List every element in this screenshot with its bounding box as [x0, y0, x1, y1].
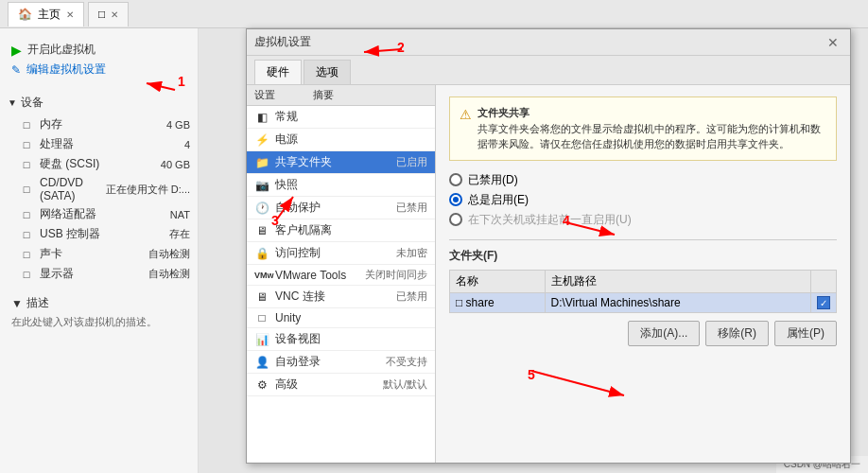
display-label: 显示器 — [40, 266, 143, 282]
shared-folders-value: 已启用 — [396, 155, 427, 169]
settings-item-autosave[interactable]: 🕐 自动保护 已禁用 — [247, 197, 435, 219]
usb-icon: □ — [19, 229, 34, 240]
display-value: 自动检测 — [148, 267, 190, 281]
remove-button[interactable]: 移除(R) — [705, 321, 769, 346]
tab-second-icon: □ — [98, 8, 105, 21]
tab-options[interactable]: 选项 — [304, 60, 351, 84]
add-button[interactable]: 添加(A)... — [628, 321, 700, 346]
vmwaretools-name: VMware Tools — [275, 269, 359, 282]
cdrom-value: 正在使用文件 D:... — [106, 183, 190, 197]
settings-item-unity[interactable]: □ Unity — [247, 308, 435, 328]
settings-item-general[interactable]: ◧ 常规 — [247, 106, 435, 129]
list-item: □ CD/DVD (SATA) 正在使用文件 D:... — [15, 174, 194, 204]
settings-col1-header: 设置 — [254, 88, 275, 102]
settings-item-device-view[interactable]: 📊 设备视图 — [247, 328, 435, 351]
devices-section-title[interactable]: ▼ 设备 — [0, 91, 198, 114]
action-start-label: 开启此虚拟机 — [27, 42, 95, 58]
vmwaretools-value: 关闭时间同步 — [365, 268, 427, 282]
snapshot-name: 快照 — [275, 177, 422, 193]
autologin-icon: 👤 — [254, 356, 269, 369]
disk-label: 硬盘 (SCSI) — [40, 156, 155, 172]
vm-settings-dialog: 虚拟机设置 ✕ 硬件 选项 设置 摘要 ◧ 常规 ⚡ 电源 — [246, 28, 851, 464]
desc-section-label: 描述 — [26, 295, 49, 311]
action-start-vm[interactable]: ▶ 开启此虚拟机 — [11, 40, 186, 60]
tab-second[interactable]: □ ✕ — [88, 2, 129, 26]
disk-value: 40 GB — [161, 159, 190, 170]
settings-item-advanced[interactable]: ⚙ 高级 默认/默认 — [247, 374, 435, 396]
radio-disabled-circle[interactable] — [449, 173, 462, 186]
advanced-value: 默认/默认 — [383, 377, 427, 392]
settings-item-vmware-tools[interactable]: VMw VMware Tools 关闭时间同步 — [247, 265, 435, 286]
general-name: 常规 — [275, 109, 422, 125]
usb-value: 存在 — [169, 227, 190, 241]
radio-disabled[interactable]: 已禁用(D) — [449, 172, 837, 188]
tab-home[interactable]: 🏠 主页 ✕ — [8, 2, 84, 26]
desc-arrow-icon: ▼ — [11, 297, 23, 310]
settings-item-access-control[interactable]: 🔒 访问控制 未加密 — [247, 242, 435, 265]
cpu-label: 处理器 — [40, 136, 179, 152]
vmwaretools-icon: VMw — [254, 271, 269, 280]
table-row[interactable]: □ share D:\Virtual Machines\share ✓ — [450, 292, 837, 313]
memory-icon: □ — [19, 119, 34, 131]
tab-options-label: 选项 — [316, 65, 339, 79]
display-icon: □ — [19, 269, 34, 280]
sidebar-actions: ▶ 开启此虚拟机 ✎ 编辑虚拟机设置 — [0, 36, 198, 83]
cpu-value: 4 — [184, 139, 190, 150]
dialog-close-button[interactable]: ✕ — [824, 35, 842, 50]
radio-until-shutdown[interactable]: 在下次关机或挂起前一直启用(U) — [449, 212, 837, 228]
tab-hardware[interactable]: 硬件 — [254, 60, 302, 84]
radio-until-shutdown-circle[interactable] — [449, 213, 462, 226]
network-value: NAT — [170, 209, 190, 220]
radio-always-enabled-circle[interactable] — [449, 193, 462, 206]
sound-label: 声卡 — [40, 246, 143, 262]
desc-section-title: ▼ 描述 — [11, 295, 186, 311]
isolation-icon: 🖥 — [254, 224, 269, 237]
settings-item-guest-isolation[interactable]: 🖥 客户机隔离 — [247, 219, 435, 242]
play-icon: ▶ — [11, 43, 22, 58]
warning-title: 文件夹共享 — [477, 107, 529, 118]
sound-value: 自动检测 — [148, 247, 190, 261]
settings-detail-panel: ⚠ 文件夹共享 共享文件夹会将您的文件显示给虚拟机中的程序。这可能为您的计算机和… — [436, 85, 850, 463]
vnc-icon: 🖥 — [254, 290, 269, 304]
dialog-title-bar: 虚拟机设置 ✕ — [247, 29, 850, 56]
cpu-icon: □ — [19, 139, 34, 150]
settings-item-shared-folders[interactable]: 📁 共享文件夹 已启用 — [247, 151, 435, 174]
autosave-icon: 🕐 — [254, 201, 269, 215]
tab-second-close[interactable]: ✕ — [111, 9, 118, 20]
list-item: □ 处理器 4 — [15, 134, 194, 154]
disk-icon: □ — [19, 159, 34, 170]
settings-item-power[interactable]: ⚡ 电源 — [247, 129, 435, 151]
folder-checkbox[interactable]: ✓ — [817, 296, 830, 309]
vnc-name: VNC 连接 — [275, 289, 391, 305]
cdrom-label: CD/DVD (SATA) — [40, 176, 100, 202]
edit-icon: ✎ — [11, 63, 21, 77]
folder-path-cell: D:\Virtual Machines\share — [545, 292, 811, 313]
desc-text: 在此处键入对该虚拟机的描述。 — [11, 315, 186, 329]
deviceview-icon: 📊 — [254, 333, 269, 346]
devices-section-label: 设备 — [21, 95, 43, 111]
settings-item-autologin[interactable]: 👤 自动登录 不受支持 — [247, 351, 435, 374]
action-edit-vm[interactable]: ✎ 编辑虚拟机设置 — [11, 60, 186, 79]
usb-label: USB 控制器 — [40, 226, 164, 242]
radio-disabled-label: 已禁用(D) — [468, 172, 518, 188]
settings-col2-header: 摘要 — [313, 88, 334, 102]
autologin-value: 不受支持 — [386, 355, 427, 369]
properties-button[interactable]: 属性(P) — [774, 321, 837, 346]
folder-section-title: 文件夹(F) — [449, 239, 837, 264]
tab-home-icon: 🏠 — [18, 8, 32, 21]
warning-box: ⚠ 文件夹共享 共享文件夹会将您的文件显示给虚拟机中的程序。这可能为您的计算机和… — [449, 96, 837, 161]
tab-home-close[interactable]: ✕ — [66, 9, 74, 20]
radio-always-enabled[interactable]: 总是启用(E) — [449, 192, 837, 208]
list-item: □ 声卡 自动检测 — [15, 244, 194, 264]
desc-section: ▼ 描述 在此处键入对该虚拟机的描述。 — [0, 288, 198, 337]
settings-item-vnc[interactable]: 🖥 VNC 连接 已禁用 — [247, 286, 435, 308]
snapshot-icon: 📷 — [254, 179, 269, 192]
power-name: 电源 — [275, 131, 422, 148]
device-list: □ 内存 4 GB □ 处理器 4 □ 硬盘 (SCSI) 40 GB □ CD… — [0, 114, 198, 284]
folder-table: 名称 主机路径 □ share D:\Virtual Machines\shar… — [449, 270, 837, 314]
list-item: □ USB 控制器 存在 — [15, 224, 194, 244]
title-bar: 🏠 主页 ✕ □ ✕ — [0, 0, 868, 28]
list-item: □ 硬盘 (SCSI) 40 GB — [15, 154, 194, 174]
settings-item-snapshot[interactable]: 📷 快照 — [247, 174, 435, 197]
tab-hardware-label: 硬件 — [267, 65, 289, 79]
